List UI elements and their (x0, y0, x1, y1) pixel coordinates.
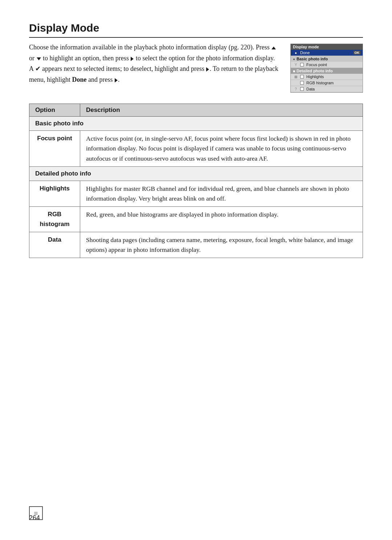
right-arrow-icon-3 (115, 78, 118, 82)
highlights-checkbox (300, 75, 304, 78)
menu-icon: ≡ (29, 506, 43, 520)
basic-section-label: Basic photo info (29, 117, 363, 131)
detailed-photo-info-header: Detailed photo info (29, 166, 363, 181)
checkmark-symbol: ✔ (35, 65, 41, 72)
rgb-checkbox (300, 81, 304, 85)
option-header: Option (29, 104, 80, 117)
menu-highlights: ⊞ Highlights (291, 74, 363, 80)
menu-title: Display mode (291, 44, 363, 50)
focus-point-option: Focus point (29, 131, 80, 166)
menu-data: ? Data (291, 86, 363, 92)
table-row: RGBhistogram Red, green, and blue histog… (29, 207, 363, 232)
menu-data-label: Data (306, 87, 315, 91)
menu-focus-point: Y Focus point (291, 62, 363, 68)
basic-photo-info-header: Basic photo info (29, 117, 363, 131)
data-checkbox (300, 87, 304, 91)
menu-symbol: ≡ (34, 509, 38, 517)
table-row: Highlights Highlights for master RGB cha… (29, 181, 363, 207)
right-arrow-icon (131, 57, 134, 61)
focus-checkbox (300, 63, 304, 67)
description-header: Description (80, 104, 363, 117)
options-table: Option Description Basic photo info Focu… (29, 104, 363, 258)
menu-bullet-icon: ● (293, 51, 299, 55)
rgb-histogram-option: RGBhistogram (29, 207, 80, 232)
done-label: Done (72, 76, 87, 83)
focus-point-description: Active focus point (or, in single-servo … (80, 131, 363, 166)
menu-screenshot: Display mode ● Done OK ●Basic photo info… (290, 44, 363, 93)
menu-focus-icon: Y (293, 63, 299, 67)
rgb-histogram-label: RGBhistogram (40, 211, 69, 227)
menu-done-label: Done (300, 51, 310, 55)
menu-rgb-histogram: RGB histogram (291, 80, 363, 86)
menu-data-icon: ? (293, 87, 299, 91)
menu-highlights-icon: ⊞ (293, 75, 299, 79)
highlights-option: Highlights (29, 181, 80, 207)
highlights-description: Highlights for master RGB channel and fo… (80, 181, 363, 207)
menu-detailed-section: ■Detailed photo info (291, 68, 363, 74)
menu-basic-section: ●Basic photo info (291, 56, 363, 62)
table-header-row: Option Description (29, 104, 363, 117)
menu-done-item: ● Done OK (291, 50, 363, 56)
table-row: Focus point Active focus point (or, in s… (29, 131, 363, 166)
table-row: Data Shooting data pages (including came… (29, 232, 363, 258)
data-description: Shooting data pages (including camera na… (80, 232, 363, 258)
intro-section: Choose the information available in the … (29, 42, 363, 93)
intro-paragraph: Choose the information available in the … (29, 42, 279, 93)
page-title: Display Mode (29, 22, 363, 38)
down-arrow-icon (37, 57, 41, 60)
data-option: Data (29, 232, 80, 258)
menu-highlights-label: Highlights (306, 74, 324, 79)
menu-focus-label: Focus point (306, 63, 327, 67)
right-arrow-icon-2 (206, 67, 209, 72)
rgb-histogram-description: Red, green, and blue histograms are disp… (80, 207, 363, 232)
detailed-section-label: Detailed photo info (29, 166, 363, 181)
display-mode-menu: Display mode ● Done OK ●Basic photo info… (290, 44, 363, 93)
up-arrow-icon (271, 47, 276, 49)
menu-rgb-label: RGB histogram (306, 81, 334, 85)
ok-badge: OK (354, 51, 361, 55)
